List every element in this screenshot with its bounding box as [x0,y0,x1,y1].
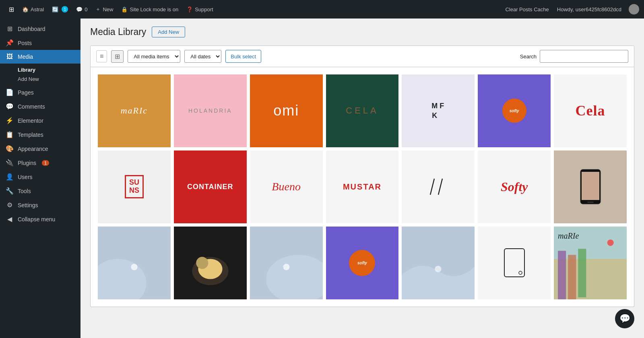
media-item-container[interactable]: CONTAINER [173,150,248,224]
posts-icon: 📌 [6,39,14,47]
lock-icon: 🔒 [121,6,128,12]
media-item-marie2[interactable]: maRIe [553,226,627,300]
search-label: Search [520,54,537,60]
tools-icon: 🔧 [6,187,14,195]
clear-cache-link[interactable]: Clear Posts Cache [502,6,552,12]
svg-point-14 [283,264,289,270]
phone2-svg [502,247,526,279]
sidebar-collapse-menu[interactable]: ◀ Collapse menu [0,212,80,226]
svg-rect-21 [558,251,566,299]
grid-view-button[interactable]: ⊞ [111,50,124,63]
sidebar-item-pages[interactable]: 📄 Pages [0,85,80,99]
wave3-svg [250,227,323,299]
comments-nav-icon: 💬 [6,103,14,110]
chat-icon: 💬 [619,313,630,324]
filter-type-select[interactable]: All media items [128,50,180,63]
search-area: Search [520,50,628,63]
svg-point-7 [131,264,137,270]
settings-icon: ⚙ [6,201,14,209]
howdy-link[interactable]: Howdy, user6425fc8602dcd [554,6,625,12]
pages-icon: 📄 [6,89,14,96]
sidebar-item-media[interactable]: 🖼 Media [0,50,80,64]
media-item-mfk[interactable]: M F K [401,74,475,148]
media-item-phone2[interactable] [477,226,551,300]
updates-link[interactable]: 🔄 1 [48,0,72,19]
sidebar-item-users[interactable]: 👤 Users [0,170,80,184]
new-content-link[interactable]: ＋ New [91,0,117,19]
avatar[interactable] [629,4,639,14]
sidebar-subitem-add-new[interactable]: Add New [18,74,80,84]
add-new-button[interactable]: Add New [152,27,185,37]
comments-icon: 💬 [76,6,83,12]
media-item-holandria[interactable]: HOLANDRIA [173,74,248,148]
wp-icon: ⊞ [9,6,14,13]
bulk-select-button[interactable]: Bulk select [225,50,261,63]
media-toolbar: ≡ ⊞ All media items All dates Bulk selec… [90,45,634,67]
sidebar-item-dashboard[interactable]: ⊞ Dashboard [0,22,80,36]
collapse-icon: ◀ [6,215,14,223]
svg-text:maRIe: maRIe [558,231,579,240]
svg-point-24 [607,239,614,246]
chat-button[interactable]: 💬 [615,309,634,328]
users-icon: 👤 [6,173,14,181]
media-item-maric[interactable]: maRIc [97,74,171,148]
help-icon: ❓ [186,6,193,12]
media-item-bueno[interactable]: Bueno [249,150,324,224]
media-item-phone[interactable] [553,150,627,224]
sidebar-item-tools[interactable]: 🔧 Tools [0,184,80,198]
svg-rect-23 [578,249,586,297]
site-name-link[interactable]: 🏠 Astral [18,0,48,19]
comments-link[interactable]: 💬 0 [72,0,91,19]
svg-rect-4 [587,202,594,203]
sidebar: ⊞ Dashboard 📌 Posts 🖼 Media Library Add … [0,19,80,338]
sidebar-item-appearance[interactable]: 🎨 Appearance [0,142,80,156]
wp-logo[interactable]: ⊞ [5,0,18,19]
svg-point-11 [196,257,208,269]
media-item-cela[interactable]: CELA [325,74,400,148]
sidebar-media-submenu: Library Add New [0,64,80,85]
filter-date-select[interactable]: All dates [184,50,221,63]
sidebar-item-settings[interactable]: ⚙ Settings [0,198,80,212]
svg-point-16 [435,266,442,272]
media-item-bottle2[interactable]: softy [325,226,400,300]
sidebar-subitem-library[interactable]: Library [18,65,80,74]
plus-icon: ＋ [95,6,101,13]
site-lock-indicator[interactable]: 🔒 Site Lock mode is on [117,0,182,19]
svg-line-0 [430,179,434,195]
sidebar-item-plugins[interactable]: 🔌 Plugins 1 [0,156,80,170]
elementor-icon: ⚡ [6,117,14,124]
media-item-wave3[interactable] [249,226,324,300]
adminbar-right: Clear Posts Cache Howdy, user6425fc8602d… [502,4,639,14]
page-header: Media Library Add New [90,27,634,37]
admin-bar: ⊞ 🏠 Astral 🔄 1 💬 0 ＋ New 🔒 Site Lock mod… [0,0,644,19]
home-icon: 🏠 [22,6,29,12]
media-item-wave1[interactable] [97,226,171,300]
svg-point-18 [519,271,522,274]
wave1-svg [98,227,171,299]
media-item-softy-product[interactable]: softy [477,74,551,148]
media-item-food[interactable] [173,226,248,300]
media-grid-wrapper: maRIc HOLANDRIA omi CELA [90,67,634,307]
media-item-suns[interactable]: SU NS [97,150,171,224]
list-view-button[interactable]: ≡ [96,50,107,62]
sidebar-item-posts[interactable]: 📌 Posts [0,36,80,50]
media-item-mustar[interactable]: MUSTAR [325,150,400,224]
sidebar-item-comments[interactable]: 💬 Comments [0,99,80,113]
media-item-omi[interactable]: omi [249,74,324,148]
media-item-slashes[interactable] [401,150,475,224]
media-item-softy[interactable]: Softy [477,150,551,224]
media-grid: maRIc HOLANDRIA omi CELA [97,74,627,300]
sidebar-item-templates[interactable]: 📋 Templates [0,128,80,142]
slashes-svg [426,175,450,199]
sidebar-item-elementor[interactable]: ⚡ Elementor [0,113,80,128]
svg-line-1 [438,179,442,195]
search-input[interactable] [540,50,628,63]
support-link[interactable]: ❓ Support [182,0,217,19]
media-item-cela2[interactable]: Cela [553,74,627,148]
food-svg [174,227,247,299]
main-content: Media Library Add New ≡ ⊞ All media item… [80,19,644,338]
media-item-wave4[interactable] [401,226,475,300]
appearance-icon: 🎨 [6,145,14,153]
page-title: Media Library [90,27,146,37]
wave4-svg [402,227,475,299]
